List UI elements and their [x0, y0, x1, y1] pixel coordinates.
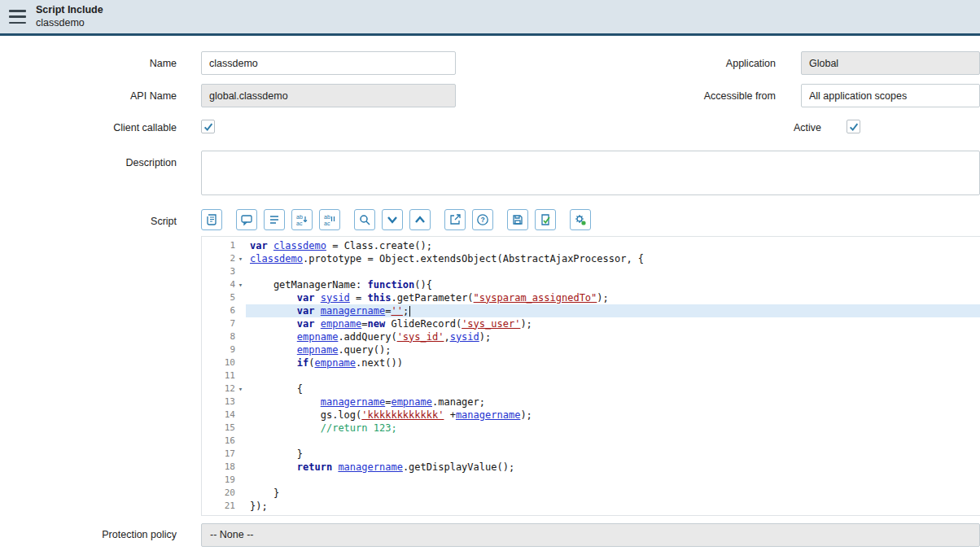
line-number: 17	[225, 448, 235, 461]
protection-policy-select[interactable]: -- None --	[201, 523, 980, 547]
replace-button[interactable]: abac	[291, 209, 313, 230]
client-callable-checkbox[interactable]	[201, 120, 215, 133]
active-checkbox[interactable]	[847, 120, 860, 133]
save-icon	[511, 213, 524, 226]
fold-marker-icon[interactable]: ▾	[235, 278, 246, 291]
description-cell	[201, 151, 980, 195]
comment-code-button[interactable]	[236, 209, 257, 230]
uncomment-code-button[interactable]	[264, 209, 285, 230]
row-description: Description	[0, 151, 980, 195]
replace-all-button[interactable]: abac	[319, 209, 340, 230]
code-line-7[interactable]: 7 var empname=new GlideRecord('sys_user'…	[202, 317, 980, 330]
api-name-input[interactable]	[201, 84, 456, 107]
line-number: 18	[225, 461, 235, 474]
code-text: var empname=new GlideRecord('sys_user');	[246, 317, 980, 330]
gutter: 8	[202, 330, 246, 343]
api-name-label: API Name	[0, 90, 177, 102]
help-button[interactable]: ?	[472, 209, 493, 230]
toggle-syntax-editor-button[interactable]	[201, 209, 222, 230]
checkmark-icon	[203, 121, 214, 133]
code-text: //return 123;	[246, 422, 980, 435]
script-cell: abacabac? 1var classdemo = Class.create(…	[201, 209, 980, 516]
gutter: 11	[202, 369, 246, 382]
code-text: gs.log('kkkkkkkkkkkk' +managername);	[246, 409, 980, 422]
script-include-form: Name Application API Name Accessible fro…	[0, 36, 980, 547]
checkmark-icon	[848, 121, 860, 133]
code-line-3[interactable]: 3	[202, 265, 980, 278]
open-in-new-window-button[interactable]	[444, 209, 466, 230]
script-label: Script	[0, 209, 177, 227]
menu-bar	[9, 15, 26, 18]
line-number: 10	[225, 356, 235, 369]
toggle-syntax-editor-icon	[205, 213, 218, 226]
code-line-2[interactable]: 2▾classdemo.prototype = Object.extendsOb…	[202, 252, 980, 265]
code-line-13[interactable]: 13 managername=empname.manager;	[202, 395, 980, 409]
code-text	[246, 435, 980, 448]
gutter: 16	[202, 435, 246, 448]
name-input[interactable]	[201, 51, 456, 75]
gutter: 19	[202, 474, 246, 487]
code-line-15[interactable]: 15 //return 123;	[202, 422, 980, 435]
gutter: 10	[202, 356, 246, 369]
code-text: empname.addQuery('sys_id',sysid);	[246, 330, 980, 343]
code-line-17[interactable]: 17 }	[202, 448, 980, 461]
expand-all-button[interactable]	[382, 209, 403, 230]
code-line-19[interactable]: 19	[202, 474, 980, 487]
replace-icon: abac	[295, 213, 308, 226]
collapse-all-icon	[413, 213, 427, 226]
code-line-14[interactable]: 14 gs.log('kkkkkkkkkkkk' +managername);	[202, 409, 980, 422]
save-button[interactable]	[507, 209, 528, 230]
editor-settings-icon	[574, 213, 587, 226]
code-line-8[interactable]: 8 empname.addQuery('sys_id',sysid);	[202, 330, 980, 343]
script-editor[interactable]: 1var classdemo = Class.create();2▾classd…	[201, 236, 980, 516]
application-input[interactable]	[801, 51, 980, 75]
row-checkboxes: Client callable Active	[0, 120, 980, 136]
code-text: {	[246, 382, 980, 395]
line-number: 9	[230, 343, 235, 356]
row-name-application: Name Application	[0, 51, 980, 75]
protection-policy-label: Protection policy	[0, 529, 177, 540]
fold-marker-icon[interactable]: ▾	[235, 252, 246, 265]
code-line-18[interactable]: 18 return managername.getDisplayValue();	[202, 461, 980, 474]
line-number: 8	[230, 330, 235, 343]
code-line-5[interactable]: 5 var sysid = this.getParameter("syspara…	[202, 291, 980, 304]
line-number: 15	[225, 422, 235, 435]
code-text: var managername='';	[246, 304, 980, 317]
line-number: 4	[230, 278, 235, 291]
gutter: 1	[202, 239, 246, 252]
code-line-16[interactable]: 16	[202, 435, 980, 448]
gutter: 7	[202, 317, 246, 330]
editor-settings-button[interactable]	[570, 209, 591, 230]
code-line-10[interactable]: 10 if(empname.next())	[202, 356, 980, 369]
line-number: 2	[230, 252, 235, 265]
accessible-from-select[interactable]	[801, 84, 980, 107]
fold-marker-icon[interactable]: ▾	[235, 382, 246, 395]
description-textarea[interactable]	[201, 151, 980, 195]
gutter: 20	[202, 487, 246, 500]
open-in-new-window-icon	[448, 213, 462, 226]
toolbar-group	[570, 209, 591, 230]
code-line-9[interactable]: 9 empname.query();	[202, 343, 980, 356]
gutter: 3	[202, 265, 246, 278]
code-line-4[interactable]: 4▾ getManagerName: function(){	[202, 278, 980, 291]
gutter: 21	[202, 500, 246, 513]
check-syntax-button[interactable]	[535, 209, 556, 230]
code-text: if(empname.next())	[246, 356, 980, 369]
code-text: }	[246, 487, 980, 500]
api-name-cell	[201, 84, 456, 107]
code-line-21[interactable]: 21});	[202, 500, 980, 513]
code-line-12[interactable]: 12▾ {	[202, 382, 980, 395]
code-area[interactable]: 1var classdemo = Class.create();2▾classd…	[202, 239, 980, 513]
code-text: var classdemo = Class.create();	[246, 239, 980, 252]
menu-button[interactable]	[7, 8, 28, 25]
code-line-6[interactable]: 6 var managername='';	[202, 304, 980, 317]
client-callable-cell	[201, 120, 215, 136]
code-line-20[interactable]: 20 }	[202, 487, 980, 500]
collapse-all-button[interactable]	[409, 209, 431, 230]
line-number: 11	[225, 369, 235, 382]
code-text: managername=empname.manager;	[246, 395, 980, 409]
line-number: 14	[225, 409, 235, 422]
search-button[interactable]	[354, 209, 375, 230]
code-line-1[interactable]: 1var classdemo = Class.create();	[202, 239, 980, 252]
code-line-11[interactable]: 11	[202, 369, 980, 382]
